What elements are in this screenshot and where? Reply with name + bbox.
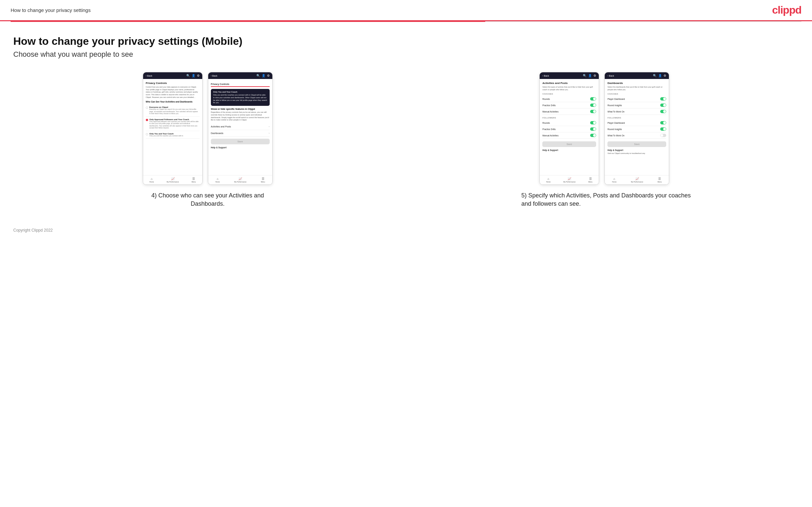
- people-icon-3[interactable]: 👤: [588, 74, 592, 77]
- people-icon[interactable]: 👤: [192, 74, 195, 77]
- screen1-back[interactable]: ‹ < BackBack: [146, 75, 152, 77]
- nav-home-label-3: Home: [546, 181, 550, 183]
- screen3-manual-coaches[interactable]: Manual Activities: [542, 109, 596, 115]
- search-icon-3[interactable]: 🔍: [583, 74, 587, 77]
- search-icon-4[interactable]: 🔍: [653, 74, 657, 77]
- activities-chevron: ›: [269, 125, 270, 128]
- menu-activities[interactable]: Activities and Posts ›: [211, 123, 270, 130]
- screen1-icons: 🔍 👤 ⚙: [186, 74, 200, 77]
- toggle-drills-followers[interactable]: [590, 127, 596, 131]
- screen4-back[interactable]: ‹ Back: [607, 75, 614, 77]
- home-icon-3: ⌂: [547, 177, 549, 180]
- screen4-round-insights-followers[interactable]: Round Insights: [607, 126, 666, 132]
- page-subheading: Choose what you want people to see: [13, 50, 799, 59]
- screen2-desc-section: Show or hide specific features in Clippd…: [211, 108, 270, 121]
- tooltip-text: Only you and the coaches you connect wit…: [213, 94, 267, 104]
- screen2-back[interactable]: ‹ Back: [211, 75, 217, 77]
- toggle-manual-coaches[interactable]: [590, 110, 596, 113]
- option-everyone[interactable]: Everyone on Clippd Everyone on Clippd ca…: [146, 105, 200, 117]
- screen1-title: Privacy Controls: [146, 81, 200, 84]
- label-workon-followers: What To Work On: [607, 134, 624, 137]
- label-workon-coaches: What To Work On: [607, 111, 624, 113]
- nav-perf-4[interactable]: 📈 My Performance: [631, 177, 643, 183]
- toggle-drills-coaches[interactable]: [590, 104, 596, 107]
- perf-icon-3: 📈: [568, 177, 571, 180]
- radio-you-coach: [146, 133, 148, 135]
- toggle-player-dash-coaches[interactable]: [660, 97, 666, 101]
- nav-menu-label-2: Menu: [261, 181, 265, 183]
- clippd-logo: clippd: [772, 4, 801, 16]
- main-content: How to change your privacy settings (Mob…: [0, 22, 812, 221]
- toggle-workon-followers[interactable]: [660, 134, 666, 137]
- nav-perf-3[interactable]: 📈 My Performance: [563, 177, 575, 183]
- settings-icon-2[interactable]: ⚙: [267, 74, 270, 77]
- home-icon-4: ⌂: [613, 177, 615, 180]
- perf-icon-2: 📈: [239, 177, 242, 180]
- screen4-workon-followers[interactable]: What To Work On: [607, 132, 666, 139]
- perf-icon-1: 📈: [171, 177, 175, 180]
- screen2-save[interactable]: Save: [211, 139, 270, 144]
- screen3-drills-followers[interactable]: Practice Drills: [542, 126, 596, 132]
- nav-menu-4[interactable]: ☰ Menu: [658, 177, 662, 183]
- toggle-player-dash-followers[interactable]: [660, 121, 666, 124]
- menu-icon-2: ☰: [262, 177, 264, 180]
- screen4-title: Dashboards: [607, 81, 666, 84]
- screen3-drills-coaches[interactable]: Practice Drills: [542, 102, 596, 109]
- option-you-coach[interactable]: Only You and Your Coach Only you and the…: [146, 131, 200, 139]
- toggle-round-insights-coaches[interactable]: [660, 104, 666, 107]
- screen-1: ‹ < BackBack 🔍 👤 ⚙ Privacy Controls Cont…: [143, 72, 203, 185]
- option-approved[interactable]: Only Approved Followers and Your Coach O…: [146, 117, 200, 131]
- screen3-header: ‹ Back 🔍 👤 ⚙: [540, 72, 599, 79]
- nav-home-3[interactable]: ⌂ Home: [546, 177, 550, 183]
- toggle-round-insights-followers[interactable]: [660, 127, 666, 131]
- toggle-rounds-followers[interactable]: [590, 121, 596, 124]
- screen3-rounds-coaches[interactable]: Rounds: [542, 96, 596, 102]
- screen4-player-followers[interactable]: Player Dashboard: [607, 120, 666, 126]
- label-rounds-followers: Rounds: [542, 122, 550, 124]
- nav-home-label-4: Home: [612, 181, 616, 183]
- screen2-tooltip: Only You and Your Coach Only you and the…: [211, 89, 270, 106]
- nav-home-label-2: Home: [215, 181, 219, 183]
- screen4-followers-label: FOLLOWERS: [607, 117, 666, 119]
- menu-icon-3: ☰: [589, 177, 592, 180]
- nav-menu-1[interactable]: ☰ Menu: [192, 177, 196, 183]
- screen2-help: Help & Support: [211, 146, 270, 149]
- settings-icon[interactable]: ⚙: [197, 74, 200, 77]
- nav-menu-3[interactable]: ☰ Menu: [588, 177, 593, 183]
- toggle-manual-followers[interactable]: [590, 134, 596, 137]
- screen4-icons: 🔍 👤 ⚙: [653, 74, 666, 77]
- screen3-title: Activities and Posts: [542, 81, 596, 84]
- nav-perf-2[interactable]: 📈 My Performance: [234, 177, 246, 183]
- nav-menu-label-1: Menu: [192, 181, 196, 183]
- people-icon-2[interactable]: 👤: [262, 74, 265, 77]
- screen4-save[interactable]: Save: [607, 142, 666, 147]
- toggle-rounds-coaches[interactable]: [590, 97, 596, 101]
- search-icon-2[interactable]: 🔍: [256, 74, 260, 77]
- screen4-round-insights-coaches[interactable]: Round Insights: [607, 102, 666, 109]
- settings-icon-4[interactable]: ⚙: [664, 74, 666, 77]
- screen4-player-coaches[interactable]: Player Dashboard: [607, 96, 666, 102]
- nav-perf-1[interactable]: 📈 My Performance: [167, 177, 179, 183]
- screens-pair-2: ‹ Back 🔍 👤 ⚙ Activities and Posts Select…: [539, 72, 669, 185]
- nav-home-1[interactable]: ⌂ Home: [149, 177, 154, 183]
- screen4-workon-coaches[interactable]: What To Work On: [607, 109, 666, 115]
- settings-icon-3[interactable]: ⚙: [594, 74, 596, 77]
- nav-home-2[interactable]: ⌂ Home: [215, 177, 219, 183]
- menu-dashboards[interactable]: Dashboards ›: [211, 130, 270, 137]
- label-round-insights-followers: Round Insights: [607, 128, 622, 130]
- screen3-manual-followers[interactable]: Manual Activities: [542, 132, 596, 139]
- dashboards-chevron: ›: [269, 132, 270, 135]
- screen3-save[interactable]: Save: [542, 142, 596, 147]
- screen3-help: Help & Support: [542, 149, 596, 151]
- nav-menu-label-4: Menu: [658, 181, 662, 183]
- people-icon-4[interactable]: 👤: [658, 74, 662, 77]
- search-icon[interactable]: 🔍: [186, 74, 190, 77]
- privacy-tab[interactable]: Privacy Controls: [211, 81, 232, 86]
- toggle-workon-coaches[interactable]: [660, 110, 666, 113]
- nav-home-4[interactable]: ⌂ Home: [612, 177, 616, 183]
- screen3-rounds-followers[interactable]: Rounds: [542, 120, 596, 126]
- screen3-back[interactable]: ‹ Back: [542, 75, 549, 77]
- top-bar: How to change your privacy settings clip…: [0, 0, 812, 21]
- label-drills-followers: Practice Drills: [542, 128, 556, 130]
- nav-menu-2[interactable]: ☰ Menu: [261, 177, 265, 183]
